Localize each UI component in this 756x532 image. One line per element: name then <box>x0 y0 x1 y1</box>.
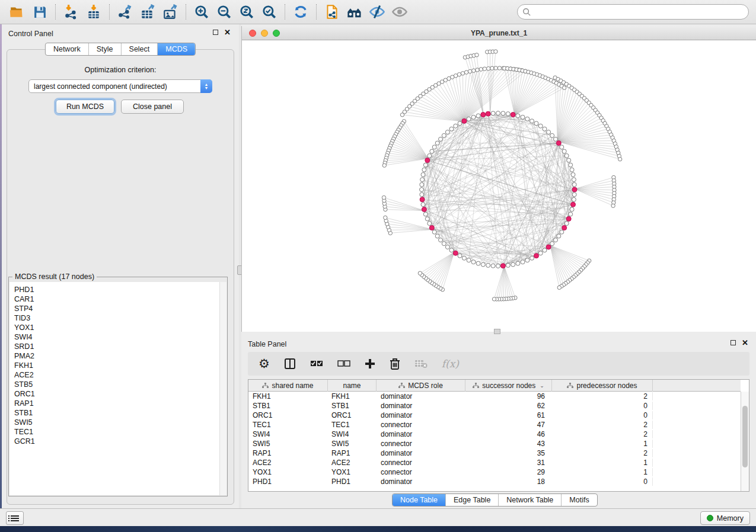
table-cell[interactable]: ACE2 <box>248 459 328 467</box>
table-cell[interactable]: 31 <box>465 459 552 467</box>
table-cell[interactable]: 2 <box>552 421 653 429</box>
table-cell[interactable]: ACE2 <box>328 459 377 467</box>
table-cell[interactable]: 29 <box>465 468 552 476</box>
delete-column-icon[interactable] <box>390 357 400 371</box>
table-cell[interactable]: dominator <box>377 430 465 438</box>
table-cell[interactable]: 0 <box>552 402 653 410</box>
table-cell[interactable]: 2 <box>552 392 653 400</box>
table-cell[interactable]: 0 <box>552 411 653 419</box>
refresh-icon[interactable] <box>289 2 312 22</box>
tab-network-table[interactable]: Network Table <box>498 494 561 506</box>
network-canvas[interactable] <box>242 40 756 332</box>
mcds-result-item[interactable]: ACE2 <box>14 370 227 380</box>
horizontal-splitter[interactable] <box>241 332 756 336</box>
mcds-result-item[interactable]: CAR1 <box>14 294 227 304</box>
table-cell[interactable]: TEC1 <box>328 421 377 429</box>
table-row[interactable]: SWI5SWI5connector431 <box>248 439 741 448</box>
table-cell[interactable]: SWI5 <box>248 440 328 448</box>
table-cell[interactable]: 47 <box>465 421 552 429</box>
zoom-selected-icon[interactable] <box>258 2 280 22</box>
table-cell[interactable]: PHD1 <box>328 477 377 486</box>
table-cell[interactable]: connector <box>377 421 465 429</box>
tab-motifs[interactable]: Motifs <box>561 494 596 506</box>
save-session-icon[interactable] <box>28 2 51 22</box>
run-mcds-button[interactable]: Run MCDS <box>56 100 114 114</box>
show-all-icon[interactable] <box>388 2 411 22</box>
zoom-in-icon[interactable] <box>190 2 213 22</box>
zoom-out-icon[interactable] <box>213 2 235 22</box>
table-cell[interactable]: dominator <box>377 411 465 419</box>
tab-select[interactable]: Select <box>121 43 158 55</box>
table-cell[interactable]: SWI4 <box>248 430 328 438</box>
table-row[interactable]: STB1STB1dominator620 <box>248 401 741 411</box>
table-cell[interactable]: connector <box>377 459 465 467</box>
table-cell[interactable]: SWI5 <box>328 440 377 448</box>
table-cell[interactable]: dominator <box>377 402 465 410</box>
column-header-name[interactable]: name <box>328 380 377 392</box>
open-file-icon[interactable] <box>6 2 28 22</box>
column-header-mcds-role[interactable]: MCDS role <box>377 380 465 392</box>
table-row[interactable]: TEC1TEC1connector472 <box>248 420 741 430</box>
import-network-icon[interactable] <box>60 2 82 22</box>
table-row[interactable]: PHD1PHD1dominator180 <box>248 477 741 486</box>
network-window-titlebar[interactable]: YPA_prune.txt_1 <box>242 26 756 40</box>
columns-icon[interactable] <box>284 357 296 371</box>
mcds-result-item[interactable]: STB5 <box>14 380 227 389</box>
mcds-result-item[interactable]: PHD1 <box>14 285 227 294</box>
mcds-result-list[interactable]: PHD1CAR1STP4TID3YOX1SWI4SRD1PMA2FKH1ACE2… <box>9 282 227 495</box>
table-cell[interactable]: ORC1 <box>328 411 377 419</box>
export-network-icon[interactable] <box>114 2 136 22</box>
tab-style[interactable]: Style <box>88 43 121 55</box>
deselect-all-icon[interactable] <box>337 357 350 371</box>
export-image-icon[interactable] <box>159 2 181 22</box>
gear-icon[interactable]: ⚙ <box>259 357 270 371</box>
table-cell[interactable]: STB1 <box>248 402 328 410</box>
mcds-result-item[interactable]: TID3 <box>14 313 227 323</box>
table-cell[interactable]: YOX1 <box>328 468 377 476</box>
table-cell[interactable]: TEC1 <box>248 421 328 429</box>
table-cell[interactable]: PHD1 <box>248 477 328 486</box>
hide-selected-icon[interactable] <box>366 2 388 22</box>
table-cell[interactable]: 2 <box>552 449 653 457</box>
mcds-result-item[interactable]: SWI4 <box>14 332 227 342</box>
table-cell[interactable]: connector <box>377 468 465 476</box>
add-column-icon[interactable] <box>365 357 375 371</box>
tab-edge-table[interactable]: Edge Table <box>445 494 498 506</box>
search-field[interactable] <box>517 4 749 20</box>
table-row[interactable]: YOX1YOX1connector291 <box>248 467 741 477</box>
mcds-result-item[interactable]: YOX1 <box>14 323 227 332</box>
table-cell[interactable]: 43 <box>465 440 552 448</box>
first-neighbors-icon[interactable] <box>343 2 366 22</box>
table-cell[interactable]: ORC1 <box>248 411 328 419</box>
search-input[interactable] <box>531 6 748 18</box>
mcds-result-item[interactable]: PMA2 <box>14 351 227 361</box>
import-table-icon[interactable] <box>82 2 105 22</box>
float-window-icon[interactable] <box>213 30 218 35</box>
task-history-button[interactable] <box>6 511 24 525</box>
close-panel-icon[interactable]: ✕ <box>742 340 748 345</box>
table-cell[interactable]: connector <box>377 440 465 448</box>
table-cell[interactable]: YOX1 <box>248 468 328 476</box>
close-panel-button[interactable]: Close panel <box>121 100 184 114</box>
table-cell[interactable]: 46 <box>465 430 552 438</box>
table-cell[interactable]: 35 <box>465 449 552 457</box>
tab-network[interactable]: Network <box>46 43 88 55</box>
table-cell[interactable]: 1 <box>552 468 653 476</box>
mcds-result-item[interactable]: SWI5 <box>14 418 227 427</box>
table-row[interactable]: FKH1FKH1dominator962 <box>248 392 741 401</box>
column-header-predecessor-nodes[interactable]: predecessor nodes <box>552 380 653 392</box>
column-header-successor-nodes[interactable]: successor nodes ⌄ <box>465 380 552 392</box>
tab-node-table[interactable]: Node Table <box>393 494 445 506</box>
table-cell[interactable]: dominator <box>377 449 465 457</box>
table-cell[interactable]: FKH1 <box>328 392 377 400</box>
splitter-handle[interactable] <box>494 329 500 334</box>
table-cell[interactable]: 1 <box>552 459 653 467</box>
scrollbar-thumb[interactable] <box>742 406 748 467</box>
column-header-shared-name[interactable]: shared name <box>248 380 328 392</box>
export-table-icon[interactable] <box>136 2 159 22</box>
table-row[interactable]: ORC1ORC1dominator610 <box>248 411 741 420</box>
table-cell[interactable]: 2 <box>552 430 653 438</box>
table-row[interactable]: RAP1RAP1dominator352 <box>248 448 741 458</box>
zoom-fit-icon[interactable] <box>235 2 258 22</box>
tab-mcds[interactable]: MCDS <box>157 43 195 55</box>
